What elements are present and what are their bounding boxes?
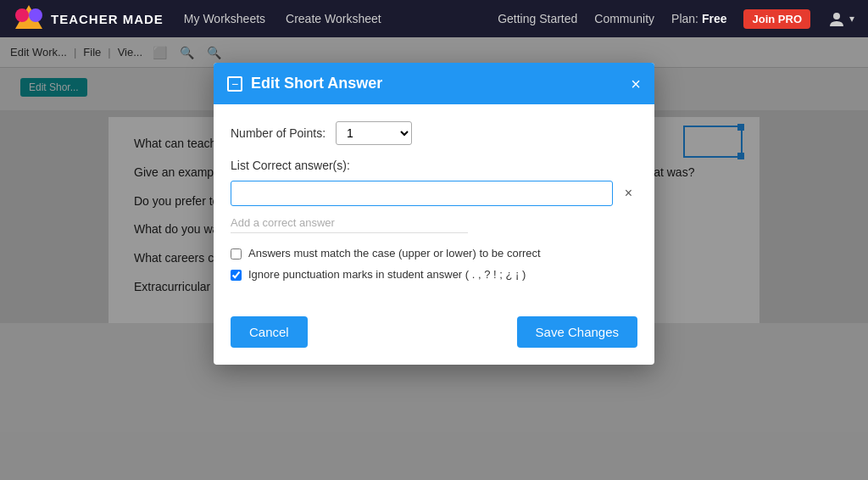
points-label: Number of Points: [231,126,326,140]
answer-input[interactable] [231,181,613,206]
save-changes-button[interactable]: Save Changes [517,316,637,348]
clear-answer-button[interactable]: × [620,184,637,203]
edit-short-answer-modal: Edit Short Answer × Number of Points: 1 … [214,63,654,365]
case-checkbox-row: Answers must match the case (upper or lo… [231,247,637,260]
nav-community[interactable]: Community [594,12,654,25]
points-row: Number of Points: 1 2 3 4 5 [231,121,637,145]
cancel-button[interactable]: Cancel [231,316,308,348]
punct-checkbox-label: Ignore punctuation marks in student answ… [248,268,526,281]
modal-title: Edit Short Answer [251,75,382,92]
svg-point-1 [15,8,29,22]
modal-close-button[interactable]: × [631,75,641,92]
modal-footer: Cancel Save Changes [214,306,654,365]
modal-body: Number of Points: 1 2 3 4 5 List Correct… [214,104,654,306]
svg-point-2 [29,8,42,22]
points-select[interactable]: 1 2 3 4 5 [336,121,412,145]
case-checkbox-label: Answers must match the case (upper or lo… [248,247,541,260]
brand-name: TEACHER MADE [51,12,164,26]
user-menu[interactable]: ▾ [827,9,854,28]
svg-point-3 [833,13,840,20]
case-checkbox[interactable] [231,248,242,260]
plan-text: Plan: Free [671,12,726,25]
punct-checkbox[interactable] [231,270,242,281]
logo-area[interactable]: TEACHER MADE [14,3,164,34]
punct-checkbox-row: Ignore punctuation marks in student answ… [231,268,637,281]
user-icon [827,9,846,28]
editor-area: Edit Work... | File | Vie... ⬜ 🔍 🔍 Edit … [0,37,868,480]
nav-links: My Worksheets Create Worksheet [184,12,381,25]
user-chevron-icon: ▾ [849,13,854,25]
modal-overlay: Edit Short Answer × Number of Points: 1 … [0,37,868,480]
logo-icon [14,3,44,34]
join-pro-button[interactable]: Join PRO [743,9,810,29]
modal-header: Edit Short Answer × [214,63,654,104]
answers-section-label: List Correct answer(s): [231,159,637,172]
nav-getting-started[interactable]: Getting Started [498,12,577,25]
answer-input-row: × [231,181,637,206]
modal-minus-icon [227,76,242,92]
add-answer-button[interactable]: Add a correct answer [231,213,468,233]
nav-create-worksheet[interactable]: Create Worksheet [286,12,381,25]
nav-right: Getting Started Community Plan: Free Joi… [498,9,854,29]
nav-my-worksheets[interactable]: My Worksheets [184,12,265,25]
modal-header-left: Edit Short Answer [227,75,382,92]
navbar: TEACHER MADE My Worksheets Create Worksh… [0,0,868,37]
